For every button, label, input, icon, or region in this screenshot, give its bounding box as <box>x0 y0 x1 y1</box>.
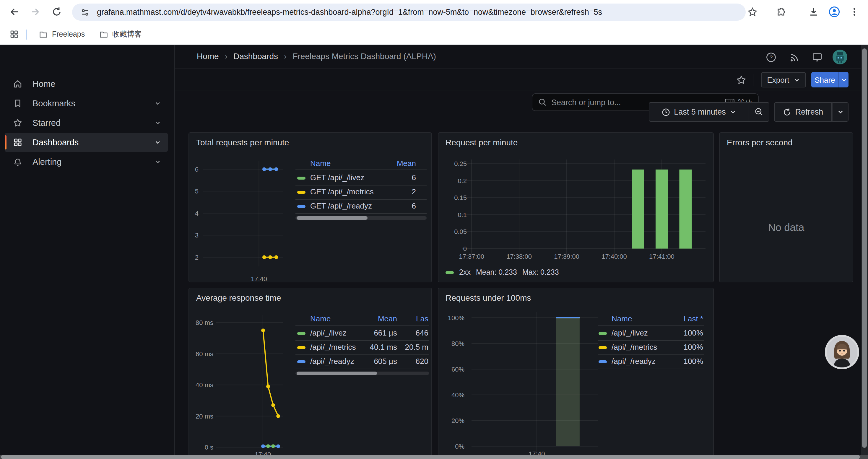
breadcrumb-current: Freeleaps Metrics Dashboard (ALPHA) <box>292 52 436 61</box>
bookmark-folder-blogs[interactable]: 收藏博客 <box>95 27 147 41</box>
legend-scrollbar-thumb[interactable] <box>297 371 377 375</box>
user-avatar[interactable] <box>833 50 847 64</box>
data-point[interactable] <box>262 167 266 171</box>
extensions-button[interactable] <box>774 5 788 19</box>
chevron-down-icon[interactable] <box>154 158 162 166</box>
export-button[interactable]: Export <box>761 72 806 88</box>
zoom-out-icon <box>754 107 764 117</box>
chevron-down-icon[interactable] <box>154 99 162 107</box>
star-icon <box>13 118 23 128</box>
data-point[interactable] <box>275 255 278 259</box>
share-button[interactable]: Share <box>811 72 838 88</box>
favorite-dashboard-button[interactable] <box>734 73 748 87</box>
breadcrumb-home[interactable]: Home <box>197 52 219 61</box>
downloads-button[interactable] <box>807 5 821 19</box>
panel-average-response-time: Average response time 80 ms60 ms40 ms20 … <box>188 288 432 459</box>
chevron-down-icon[interactable] <box>154 119 162 127</box>
breadcrumb: Home › Dashboards › Freeleaps Metrics Da… <box>197 52 436 61</box>
panel-requests-under-100ms: Requests under 100ms 100%80%60%40%20%0%1… <box>438 288 714 459</box>
bookmark-label: 收藏博客 <box>112 29 142 39</box>
data-point[interactable] <box>268 167 272 171</box>
bell-icon <box>13 157 23 167</box>
bar[interactable] <box>656 169 668 249</box>
panel-title[interactable]: Requests under 100ms <box>445 293 531 302</box>
x-tick-label: 17:37:00 <box>459 253 484 260</box>
panel-title[interactable]: Errors per second <box>727 138 793 147</box>
browser-menu-button[interactable] <box>847 5 862 19</box>
sidebar-item-label: Alerting <box>32 157 154 167</box>
refresh-button[interactable]: Refresh <box>774 102 832 122</box>
sidebar-item-dashboards[interactable]: Dashboards <box>5 133 168 152</box>
news-button[interactable] <box>787 50 801 64</box>
assistant-avatar-image <box>827 337 857 367</box>
star-icon <box>747 7 757 17</box>
data-point[interactable] <box>276 444 280 448</box>
url-bar[interactable]: grafana.mathmast.com/d/deytv4rwavabkb/fr… <box>72 4 746 21</box>
help-button[interactable]: ? <box>764 50 778 64</box>
legend-header-underline <box>296 169 427 170</box>
legend-row-2xx[interactable]: 2xx Mean: 0.233 Max: 0.233 <box>445 268 559 276</box>
breadcrumb-dashboards[interactable]: Dashboards <box>234 52 278 61</box>
floating-assistant-avatar[interactable] <box>825 335 859 369</box>
data-point[interactable] <box>275 167 278 171</box>
apps-shortcut-button[interactable] <box>7 27 21 41</box>
bar[interactable] <box>679 169 692 249</box>
y-tick-label: 2 <box>195 254 198 261</box>
back-button[interactable] <box>7 5 21 19</box>
data-point[interactable] <box>271 403 275 407</box>
refresh-interval-button[interactable] <box>832 102 848 122</box>
rss-icon <box>789 52 799 62</box>
time-controls: Last 5 minutes Refresh <box>649 102 848 122</box>
profile-button[interactable] <box>827 5 841 19</box>
data-point[interactable] <box>271 444 275 448</box>
horizontal-scrollbar-thumb[interactable] <box>1 455 860 459</box>
time-range-picker[interactable]: Last 5 minutes <box>649 102 749 122</box>
data-point[interactable] <box>276 414 280 418</box>
chart-requests-under-100ms: 100%80%60%40%20%0%17:40 <box>438 288 714 459</box>
sidebar-item-starred[interactable]: Starred <box>5 113 168 132</box>
legend-header[interactable]: Mean <box>189 159 416 168</box>
data-point[interactable] <box>268 255 272 259</box>
y-tick-label: 60% <box>452 366 464 373</box>
x-tick-label: 17:40 <box>251 275 267 282</box>
star-icon <box>736 75 746 85</box>
sidebar-item-home[interactable]: Home <box>5 74 168 93</box>
profile-icon <box>829 6 840 18</box>
chevron-down-icon <box>730 109 737 115</box>
legend-header[interactable]: Last * <box>438 314 703 323</box>
legend-row-separator <box>296 213 427 214</box>
forward-button[interactable] <box>28 5 42 19</box>
y-tick-label: 0.2 <box>458 177 467 185</box>
y-tick-label: 0.25 <box>454 160 467 167</box>
apps-grid-icon <box>9 30 19 39</box>
back-icon <box>9 6 20 17</box>
zoom-out-button[interactable] <box>749 102 769 122</box>
x-tick-label: 17:40:00 <box>601 253 627 260</box>
data-point[interactable] <box>266 385 270 388</box>
browser-window: grafana.mathmast.com/d/deytv4rwavabkb/fr… <box>0 0 868 459</box>
monitor-icon <box>812 52 823 63</box>
panel-title[interactable]: Average response time <box>196 293 281 302</box>
data-point[interactable] <box>262 255 266 259</box>
share-dropdown-button[interactable] <box>838 72 848 88</box>
series-max: Max: 0.233 <box>522 268 559 276</box>
bar[interactable] <box>632 169 644 249</box>
data-point[interactable] <box>261 444 265 448</box>
y-tick-label: 0 <box>463 245 467 253</box>
sidebar-item-alerting[interactable]: Alerting <box>5 153 168 171</box>
bookmark-folder-freeleaps[interactable]: Freeleaps <box>34 27 90 41</box>
data-point[interactable] <box>266 444 270 448</box>
forward-icon <box>30 6 41 17</box>
reload-button[interactable] <box>50 5 64 19</box>
display-button[interactable] <box>810 50 824 64</box>
bookmark-page-button[interactable] <box>745 5 759 19</box>
legend-header-underline <box>598 325 704 326</box>
panel-title[interactable]: Total requests per minute <box>196 138 289 147</box>
chevron-down-icon[interactable] <box>154 138 162 146</box>
panel-title[interactable]: Request per minute <box>445 138 518 147</box>
legend-scrollbar-thumb[interactable] <box>297 216 368 220</box>
sidebar-item-bookmarks[interactable]: Bookmarks <box>5 94 168 113</box>
site-settings-icon[interactable] <box>80 7 90 17</box>
legend-header[interactable]: Las <box>189 314 428 323</box>
vertical-scrollbar-thumb[interactable] <box>862 48 867 448</box>
